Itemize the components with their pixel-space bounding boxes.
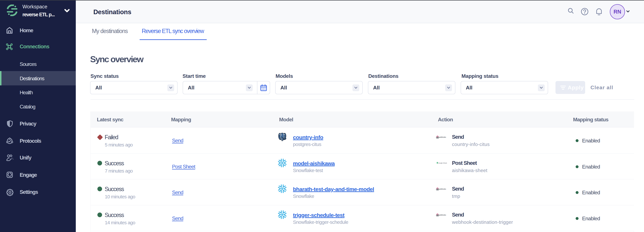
svg-text:webhooks: webhooks <box>439 188 446 190</box>
svg-text:webhooks: webhooks <box>439 136 446 138</box>
svg-text:Google Sheets: Google Sheets <box>438 162 447 164</box>
svg-text:webhooks: webhooks <box>439 214 446 216</box>
